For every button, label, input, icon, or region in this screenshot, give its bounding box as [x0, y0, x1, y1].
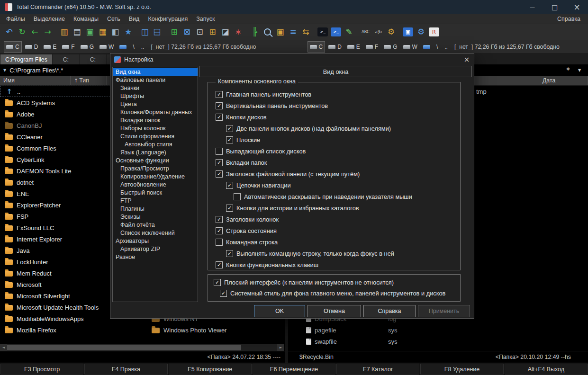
- root-dir-button[interactable]: \: [130, 42, 137, 52]
- fkey-button-2[interactable]: F4 Правка: [84, 364, 167, 375]
- apply-button[interactable]: Применить: [418, 305, 470, 317]
- category-item-10[interactable]: Автовыбор стиля: [113, 141, 198, 149]
- scroll-right-icon[interactable]: [277, 344, 284, 351]
- tab-3[interactable]: C:: [80, 54, 106, 64]
- checkbox[interactable]: [214, 279, 221, 286]
- option-row-1[interactable]: Главная панель инструментов: [208, 89, 460, 100]
- full-view-icon[interactable]: ▤: [71, 26, 83, 38]
- thumbnails-view-icon[interactable]: ▣: [83, 26, 96, 38]
- multi-rename-icon[interactable]: a¦b: [372, 26, 385, 38]
- drive-button-e[interactable]: E: [41, 41, 59, 53]
- category-item-1[interactable]: Вид окна: [113, 68, 198, 76]
- drive-button-g[interactable]: G: [381, 41, 399, 53]
- column-header-name[interactable]: Имя: [0, 76, 71, 85]
- option-row-5[interactable]: Плоские: [208, 134, 460, 145]
- checkbox[interactable]: [216, 227, 223, 234]
- maximize-button[interactable]: [543, 0, 566, 14]
- panels-horizontal-icon[interactable]: ◫: [151, 26, 164, 38]
- spell-check-icon[interactable]: ABC: [359, 26, 372, 38]
- checkbox[interactable]: [234, 193, 241, 200]
- minimize-button[interactable]: [521, 0, 543, 14]
- checkbox[interactable]: [226, 250, 233, 257]
- compare-contents-icon[interactable]: ≡: [287, 26, 299, 38]
- cancel-button[interactable]: Отмена: [308, 305, 361, 317]
- category-item-4[interactable]: Шрифты: [113, 92, 198, 100]
- option-row-4[interactable]: Две панели кнопок дисков (над файловыми …: [208, 123, 460, 134]
- category-item-16[interactable]: Быстрый поиск: [113, 189, 198, 197]
- drive-button-c[interactable]: C: [308, 41, 326, 53]
- fkey-button-4[interactable]: F6 Перемещение: [253, 364, 335, 375]
- checkbox[interactable]: [216, 159, 223, 166]
- dir-tree-icon[interactable]: ╠: [248, 26, 261, 38]
- horizontal-scrollbar[interactable]: [0, 344, 284, 351]
- option-row-8[interactable]: Заголовок файловой панели (с текущим пут…: [208, 168, 460, 179]
- unpack-icon[interactable]: ⊠: [181, 26, 193, 38]
- file-row[interactable]: swapfilesys: [288, 336, 588, 347]
- network-button[interactable]: [421, 41, 433, 53]
- scrollbar-thumb[interactable]: [7, 345, 241, 350]
- category-item-3[interactable]: Значки: [113, 84, 198, 92]
- checkbox[interactable]: [226, 125, 233, 132]
- category-item-5[interactable]: Цвета: [113, 100, 198, 108]
- drive-button-d[interactable]: D: [23, 41, 41, 53]
- decode-icon[interactable]: ∗: [232, 26, 244, 38]
- category-item-21[interactable]: Список исключений: [113, 229, 198, 237]
- file-row[interactable]: pagefilesys: [288, 324, 588, 336]
- option-row-11[interactable]: Кнопки для истории и избранных каталогов: [208, 202, 460, 214]
- column-header-date[interactable]: Дата: [539, 76, 588, 85]
- pack-ext-icon[interactable]: ⊞: [206, 26, 219, 38]
- sync-dirs-icon[interactable]: ⇆: [299, 26, 312, 38]
- option-row-6[interactable]: Выпадающий список дисков: [208, 145, 460, 157]
- search-icon[interactable]: [261, 26, 274, 38]
- fkey-button-7[interactable]: Alt+F4 Выход: [505, 364, 588, 375]
- encode-icon[interactable]: ◪: [219, 26, 232, 38]
- panels-vertical-icon[interactable]: ◫: [138, 26, 151, 38]
- drive-button-g[interactable]: G: [78, 41, 96, 53]
- checkbox[interactable]: [216, 148, 223, 155]
- category-item-23[interactable]: Архиватор ZIP: [113, 245, 198, 253]
- category-item-24[interactable]: Разное: [113, 253, 198, 261]
- refresh-icon[interactable]: ↻: [16, 26, 28, 38]
- pack-icon[interactable]: ⊞: [168, 26, 181, 38]
- category-item-22[interactable]: Архиваторы: [113, 237, 198, 245]
- open-terminal-icon[interactable]: >_: [317, 27, 328, 36]
- powershell-icon[interactable]: >_: [331, 27, 341, 36]
- close-button[interactable]: [566, 0, 588, 14]
- history-dropdown-button[interactable]: [576, 67, 583, 74]
- folder-row[interactable]: Windows Photo Viewer: [152, 324, 275, 336]
- menu-item-4[interactable]: Сеть: [103, 14, 125, 24]
- tab-2[interactable]: C:: [53, 54, 79, 64]
- category-item-15[interactable]: Автообновление: [113, 181, 198, 189]
- option-row-12[interactable]: Заголовки колонок: [208, 214, 460, 225]
- column-header-type[interactable]: ↑Тип: [71, 76, 107, 85]
- scroll-left-icon[interactable]: [0, 344, 7, 351]
- comments-view-icon[interactable]: ▦: [96, 26, 109, 38]
- checkbox[interactable]: [216, 114, 223, 121]
- option-row-9[interactable]: Цепочки навигации: [208, 179, 460, 191]
- system-gear-icon[interactable]: ⚙: [415, 26, 427, 38]
- checkbox[interactable]: [226, 182, 233, 189]
- option-row-15[interactable]: Выполнять командную строку, только когда…: [208, 248, 460, 259]
- drive-button-d[interactable]: D: [326, 41, 344, 53]
- category-item-8[interactable]: Наборы колонок: [113, 125, 198, 133]
- favorites-button[interactable]: [565, 67, 571, 74]
- checkbox[interactable]: [220, 290, 227, 297]
- checkbox[interactable]: [216, 91, 223, 98]
- category-item-12[interactable]: Основные функции: [113, 157, 198, 165]
- fkey-button-1[interactable]: F3 Просмотр: [0, 364, 83, 375]
- category-item-7[interactable]: Вкладки папок: [113, 116, 198, 125]
- favorites-icon[interactable]: ★: [122, 26, 135, 38]
- category-item-11[interactable]: Язык (Language): [113, 149, 198, 157]
- drive-button-f[interactable]: F: [363, 41, 380, 53]
- test-archive-icon[interactable]: ⊡: [193, 26, 206, 38]
- option-row-2[interactable]: Вертикальная панель инструментов: [208, 100, 460, 111]
- category-item-17[interactable]: FTP: [113, 197, 198, 205]
- drive-button-w[interactable]: W: [401, 41, 420, 53]
- category-item-9[interactable]: Стили оформления: [113, 133, 198, 141]
- menu-item-help[interactable]: Справка: [552, 16, 586, 22]
- scrollbar-track[interactable]: [7, 344, 277, 351]
- option-row-3[interactable]: Кнопки дисков: [208, 111, 460, 123]
- menu-item-7[interactable]: Запуск: [192, 14, 219, 24]
- category-item-2[interactable]: Файловые панели: [113, 76, 198, 84]
- checkbox[interactable]: [216, 261, 223, 268]
